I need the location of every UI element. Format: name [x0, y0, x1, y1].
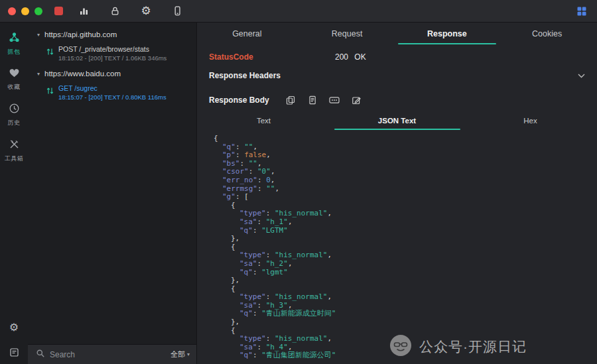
tab-hex[interactable]: Hex [464, 111, 597, 130]
sidebar-item-label: 历史 [8, 119, 21, 127]
sidebar-item-toolbox[interactable]: 工具箱 [5, 139, 24, 163]
status-code-label: StatusCode [209, 52, 335, 62]
request-row-text: GET /sugrec 18:15:07 - [200] TEXT / 0.80… [58, 84, 166, 101]
caret-down-icon: ▾ [187, 351, 190, 357]
minimize-button[interactable] [21, 7, 29, 15]
status-code-value: 200 OK [335, 52, 366, 62]
sidebar-item-label: 工具箱 [5, 154, 24, 163]
response-body-toolbar [285, 95, 362, 105]
filter-label: 全部 [170, 349, 185, 359]
tab-label: General [232, 29, 261, 38]
tab-cookies[interactable]: Cookies [497, 23, 597, 44]
record-stop-button[interactable] [54, 7, 63, 15]
sidebar-item-label: 收藏 [8, 83, 21, 91]
tab-label: Text [257, 117, 271, 125]
tab-request[interactable]: Request [297, 23, 397, 44]
tab-text[interactable]: Text [197, 111, 330, 130]
json-line: "q": "青山集团新能源公司" [214, 351, 597, 360]
traffic-lights [0, 7, 49, 15]
status-code-row: StatusCode 200 OK [197, 44, 597, 64]
settings-icon[interactable]: ⚙ [7, 321, 21, 334]
request-list[interactable]: ▾ https://api.github.com POST /_private/… [28, 25, 196, 105]
tab-label: Hex [523, 117, 537, 125]
copy-icon[interactable] [285, 95, 296, 105]
domain-group-row[interactable]: ▾ https://api.github.com [28, 27, 196, 42]
response-body-label: Response Body [209, 95, 269, 105]
search-bar: 全部 ▾ [28, 344, 196, 364]
document-icon[interactable] [307, 95, 318, 105]
sidebar-item-favorites[interactable]: 收藏 [8, 68, 21, 91]
tab-general[interactable]: General [197, 23, 297, 44]
feedback-icon[interactable] [7, 345, 21, 359]
json-line: "errmsg": "", [214, 185, 597, 194]
sidebar-item-label: 抓包 [8, 48, 21, 56]
app-window: ⚙ 抓包 收藏 [0, 0, 597, 364]
response-panel: General Request Response Cookies StatusC… [197, 23, 597, 364]
edit-icon[interactable] [351, 95, 362, 105]
tab-label: Cookies [532, 29, 562, 38]
json-line: }, [214, 276, 597, 285]
json-line: }, [214, 235, 597, 243]
chevron-down-icon[interactable] [578, 74, 585, 78]
body-format-tabs: Text JSON Text Hex [197, 111, 597, 130]
transfer-icon [46, 86, 54, 97]
json-line: "q": "lgmt" [214, 269, 597, 277]
domain-label: https://api.github.com [44, 30, 117, 38]
json-line: }, [214, 318, 597, 327]
grid-layout-icon[interactable] [576, 5, 588, 17]
tab-label: JSON Text [378, 117, 416, 125]
response-headers-label: Response Headers [209, 71, 281, 80]
phone-icon[interactable] [171, 5, 183, 17]
request-row[interactable]: GET /sugrec 18:15:07 - [200] TEXT / 0.80… [28, 81, 196, 105]
capture-icon [9, 32, 20, 46]
tab-response[interactable]: Response [397, 23, 498, 44]
tab-json-text[interactable]: JSON Text [330, 111, 464, 130]
json-line: "p": false, [214, 151, 597, 160]
request-row-text: POST /_private/browser/stats 18:15:02 - … [58, 45, 166, 62]
search-input[interactable] [50, 350, 166, 359]
response-headers-row[interactable]: Response Headers [197, 64, 597, 87]
request-list-panel: ▾ https://api.github.com POST /_private/… [28, 23, 197, 364]
lock-icon[interactable] [109, 5, 121, 17]
sidebar-item-capture[interactable]: 抓包 [8, 32, 21, 56]
request-meta: 18:15:07 - [200] TEXT / 0.80KB 116ms [58, 93, 166, 101]
tab-label: Response [427, 29, 467, 38]
close-button[interactable] [8, 7, 16, 15]
domain-label: https://www.baidu.com [44, 70, 121, 78]
search-icon [36, 349, 45, 361]
sidebar-item-history[interactable]: 历史 [8, 103, 21, 127]
toolbox-icon [9, 139, 20, 152]
chevron-down-icon: ▾ [37, 32, 40, 38]
request-method-path: GET /sugrec [58, 84, 166, 92]
stats-icon[interactable] [78, 5, 90, 17]
response-body-row: Response Body [197, 87, 597, 111]
tab-label: Request [332, 29, 363, 38]
request-meta: 18:15:02 - [200] TEXT / 1.06KB 346ms [58, 54, 166, 62]
request-row[interactable]: POST /_private/browser/stats 18:15:02 - … [28, 42, 196, 66]
chevron-down-icon: ▾ [37, 71, 40, 77]
encoding-icon[interactable] [329, 95, 340, 105]
toolbar: ⚙ [78, 5, 183, 17]
zoom-button[interactable] [34, 7, 42, 15]
sidebar: 抓包 收藏 历史 工具箱 ⚙ [0, 23, 28, 364]
request-method-path: POST /_private/browser/stats [58, 45, 166, 53]
heart-icon [9, 68, 20, 81]
json-body[interactable]: {"q": "","p": false,"bs": "","csor": "0"… [197, 130, 597, 364]
json-line: "q": "", [214, 143, 597, 152]
gear-icon[interactable]: ⚙ [140, 5, 152, 17]
json-line: "g": [ [214, 193, 597, 202]
transfer-icon [46, 46, 54, 58]
detail-tabs: General Request Response Cookies [197, 23, 597, 44]
titlebar: ⚙ [0, 0, 597, 23]
domain-group-row[interactable]: ▾ https://www.baidu.com [28, 66, 196, 81]
history-icon [9, 103, 20, 117]
json-line: "q": "LGTM" [214, 227, 597, 235]
json-line: { [214, 135, 597, 143]
filter-dropdown[interactable]: 全部 ▾ [170, 349, 190, 359]
json-line: "q": "青山新能源成立时间" [214, 310, 597, 318]
